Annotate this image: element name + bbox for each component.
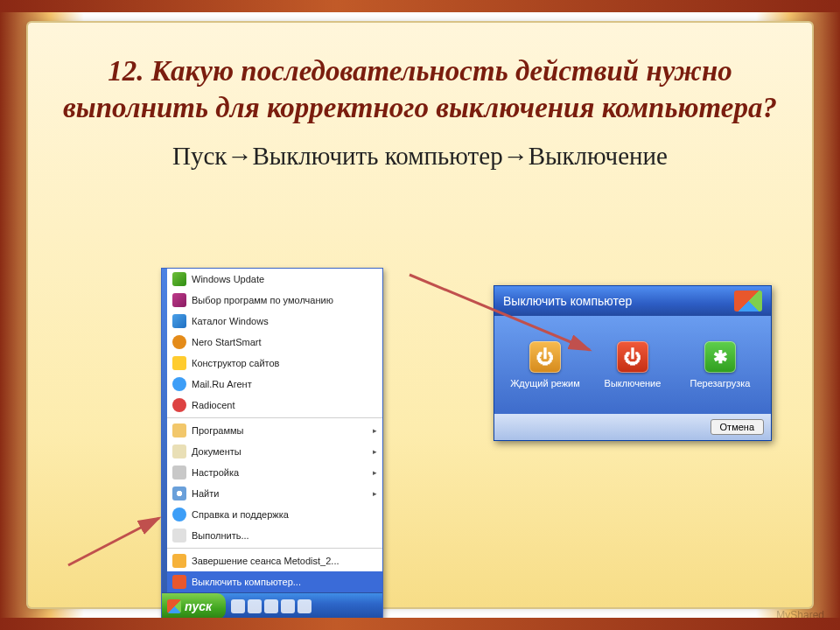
start-button[interactable]: пуск: [162, 593, 226, 620]
start-menu-item-label: Windows Update: [192, 274, 264, 284]
catalog-icon: [172, 314, 186, 328]
search-icon: [172, 486, 186, 500]
start-menu-item[interactable]: Документы▸: [167, 441, 382, 462]
start-menu-item-label: Выбор программ по умолчанию: [192, 295, 333, 305]
submenu-arrow-icon: ▸: [373, 426, 377, 435]
start-menu-item[interactable]: Windows Update: [167, 269, 382, 290]
start-menu-item-label: Конструктор сайтов: [192, 358, 279, 368]
signature: MyShared: [776, 609, 824, 621]
shutdown-icon: [172, 575, 186, 589]
start-menu-item-label: Программы: [192, 425, 243, 436]
off-icon: ⏻: [617, 341, 648, 373]
question-heading: 12. Какую последовательность действий ну…: [60, 52, 780, 126]
taskbar: пуск: [162, 592, 382, 620]
quick-launch-icon[interactable]: [281, 599, 295, 613]
start-menu-item-label: Документы: [192, 446, 242, 457]
nero-icon: [172, 335, 186, 349]
start-menu-item-label: Выполнить...: [192, 530, 249, 541]
start-menu-item[interactable]: Конструктор сайтов: [167, 353, 382, 374]
docs-icon: [172, 444, 186, 458]
submenu-arrow-icon: ▸: [373, 489, 377, 498]
svg-line-0: [68, 518, 159, 565]
progs-icon: [172, 424, 186, 438]
start-menu-item[interactable]: Программы▸: [167, 420, 382, 441]
start-menu-item-label: Nero StartSmart: [192, 337, 261, 347]
start-menu-item-label: Справка и поддержка: [192, 509, 289, 520]
shutdown-option-restart[interactable]: ✱Перезагрузка: [681, 341, 760, 388]
start-menu-item[interactable]: Найти▸: [167, 483, 382, 504]
start-menu: Windows UpdateВыбор программ по умолчани…: [161, 268, 383, 620]
start-menu-item[interactable]: Завершение сеанса Metodist_2...: [167, 550, 382, 571]
shutdown-option-label: Выключение: [605, 378, 662, 388]
start-menu-item-label: Завершение сеанса Metodist_2...: [192, 556, 340, 566]
start-menu-item[interactable]: Radiocent: [167, 395, 382, 416]
start-menu-item[interactable]: Mail.Ru Агент: [167, 374, 382, 395]
windows-flag-icon: [734, 290, 762, 312]
start-menu-item-label: Каталог Windows: [192, 316, 269, 326]
quick-launch-icon[interactable]: [231, 599, 245, 613]
mailru-icon: [172, 377, 186, 391]
start-menu-item[interactable]: Nero StartSmart: [167, 332, 382, 353]
start-menu-items: Windows UpdateВыбор программ по умолчани…: [167, 269, 382, 592]
logoff-icon: [172, 554, 186, 568]
start-menu-item-label: Найти: [192, 488, 219, 499]
restart-icon: ✱: [704, 341, 736, 373]
quick-launch-icon[interactable]: [248, 599, 262, 613]
run-icon: [172, 528, 186, 542]
start-menu-item[interactable]: Выключить компьютер...: [167, 571, 382, 592]
dialog-footer: Отмена: [494, 414, 771, 440]
start-menu-item-label: Radiocent: [192, 400, 235, 410]
start-menu-item[interactable]: Справка и поддержка: [167, 504, 382, 525]
answer-text: Пуск→Выключить компьютер→Выключение: [60, 142, 780, 171]
shutdown-option-label: Ждущий режим: [510, 378, 580, 388]
submenu-arrow-icon: ▸: [373, 447, 377, 456]
quick-launch-icon[interactable]: [298, 599, 312, 613]
shutdown-option-label: Перезагрузка: [690, 378, 751, 388]
settings-icon: [172, 466, 186, 480]
update-icon: [172, 272, 186, 286]
submenu-arrow-icon: ▸: [373, 468, 377, 477]
radio-icon: [172, 398, 186, 412]
start-menu-item-label: Настройка: [192, 467, 239, 478]
slide-frame: 12. Какую последовательность действий ну…: [0, 0, 840, 630]
menu-separator: [167, 417, 382, 418]
arrow-to-dialog: [410, 275, 602, 362]
svg-line-1: [410, 275, 590, 350]
help-icon: [172, 508, 186, 522]
start-menu-item[interactable]: Каталог Windows: [167, 311, 382, 332]
slide: 12. Какую последовательность действий ну…: [28, 23, 812, 607]
defprog-icon: [172, 293, 186, 307]
start-menu-item[interactable]: Выполнить...: [167, 525, 382, 546]
quick-launch-icon[interactable]: [264, 599, 278, 613]
quick-launch: [226, 599, 317, 613]
shutdown-option-off[interactable]: ⏻Выключение: [593, 341, 672, 388]
cancel-button[interactable]: Отмена: [710, 419, 764, 435]
start-menu-item-label: Выключить компьютер...: [192, 577, 301, 587]
menu-separator: [167, 548, 382, 549]
sites-icon: [172, 356, 186, 370]
arrow-to-startmenu: [68, 513, 173, 574]
start-menu-item[interactable]: Выбор программ по умолчанию: [167, 290, 382, 311]
start-menu-item[interactable]: Настройка▸: [167, 462, 382, 483]
start-button-label: пуск: [185, 599, 212, 613]
start-menu-item-label: Mail.Ru Агент: [192, 379, 252, 389]
